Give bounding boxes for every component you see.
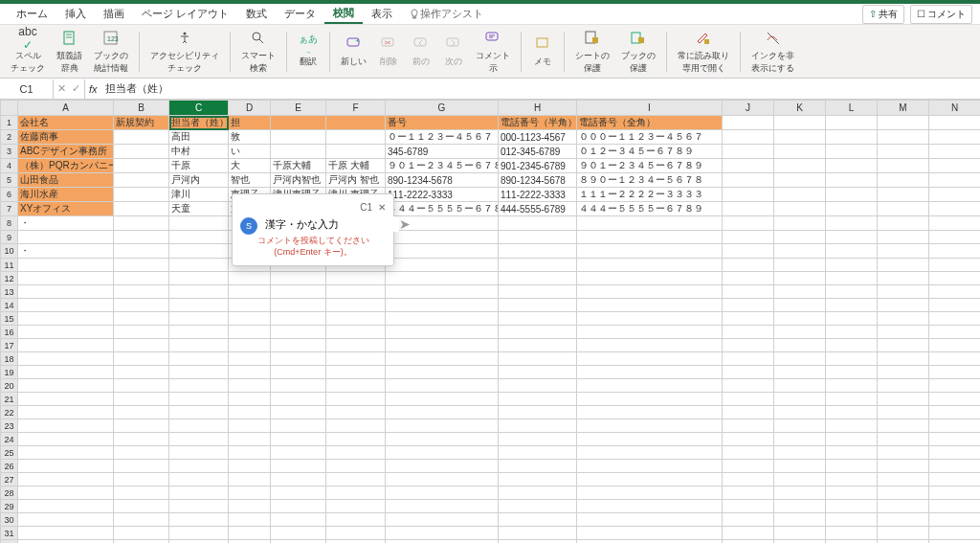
- cell-I16[interactable]: [577, 326, 723, 339]
- cell-I27[interactable]: [577, 473, 723, 486]
- cell-A14[interactable]: [18, 299, 114, 312]
- menu-formulas[interactable]: 数式: [237, 5, 276, 23]
- cell-A11[interactable]: [18, 259, 114, 272]
- cell-E16[interactable]: [271, 326, 326, 339]
- cell-E31[interactable]: [271, 527, 326, 540]
- cell-N19[interactable]: [929, 366, 981, 379]
- cell-J17[interactable]: [723, 339, 774, 352]
- cell-N9[interactable]: [929, 231, 981, 244]
- cell-J28[interactable]: [723, 486, 774, 500]
- cell-K5[interactable]: [774, 173, 826, 188]
- cell-J32[interactable]: [723, 540, 774, 544]
- cell-F30[interactable]: [326, 513, 386, 527]
- cell-B10[interactable]: [114, 244, 169, 259]
- cell-L28[interactable]: [826, 486, 878, 500]
- cell-L1[interactable]: [826, 116, 878, 130]
- cell-A13[interactable]: [18, 285, 114, 299]
- cell-J9[interactable]: [723, 231, 774, 244]
- cell-N5[interactable]: [929, 173, 981, 188]
- cell-C6[interactable]: 津川: [169, 188, 229, 202]
- cell-J30[interactable]: [723, 513, 774, 527]
- row-header[interactable]: 15: [1, 312, 18, 326]
- row-header[interactable]: 16: [1, 326, 18, 339]
- cell-G1[interactable]: 番号: [386, 116, 499, 130]
- cell-H26[interactable]: [499, 460, 577, 473]
- cell-C10[interactable]: [169, 244, 229, 259]
- row-header[interactable]: 29: [1, 500, 18, 513]
- cell-D16[interactable]: [229, 326, 271, 339]
- cell-A10[interactable]: ・: [18, 244, 114, 259]
- cell-N28[interactable]: [929, 486, 981, 500]
- cell-J31[interactable]: [723, 527, 774, 540]
- menu-view[interactable]: 表示: [363, 5, 401, 23]
- cell-J10[interactable]: [723, 244, 774, 259]
- cell-L8[interactable]: [826, 216, 878, 231]
- cell-G29[interactable]: [386, 500, 499, 513]
- cell-M26[interactable]: [878, 460, 929, 473]
- cell-N15[interactable]: [929, 312, 981, 326]
- select-all[interactable]: [1, 101, 18, 116]
- cell-H12[interactable]: [499, 272, 577, 285]
- cell-H29[interactable]: [499, 500, 577, 513]
- cell-G26[interactable]: [386, 460, 499, 473]
- cell-N27[interactable]: [929, 473, 981, 486]
- cell-H24[interactable]: [499, 433, 577, 446]
- share-button[interactable]: ⇧共有: [862, 5, 904, 24]
- col-header-M[interactable]: M: [878, 101, 929, 116]
- cell-L29[interactable]: [826, 500, 878, 513]
- cell-J18[interactable]: [723, 352, 774, 366]
- cell-L22[interactable]: [826, 406, 878, 419]
- row-header[interactable]: 19: [1, 366, 18, 379]
- menu-home[interactable]: ホーム: [8, 5, 56, 23]
- cell-E1[interactable]: [271, 116, 326, 130]
- cell-G32[interactable]: [386, 540, 499, 544]
- cell-C17[interactable]: [169, 339, 229, 352]
- formula-input[interactable]: 担当者（姓）: [101, 81, 980, 96]
- cell-I1[interactable]: 電話番号（全角）: [577, 116, 723, 130]
- cell-D29[interactable]: [229, 500, 271, 513]
- cell-B11[interactable]: [114, 259, 169, 272]
- cell-L26[interactable]: [826, 460, 878, 473]
- delete-comment-button[interactable]: 削除: [373, 27, 404, 77]
- cell-J23[interactable]: [723, 419, 774, 433]
- menu-draw[interactable]: 描画: [95, 5, 133, 23]
- menu-insert[interactable]: 挿入: [56, 5, 95, 23]
- cell-G30[interactable]: [386, 513, 499, 527]
- cell-I19[interactable]: [577, 366, 723, 379]
- cell-H22[interactable]: [499, 406, 577, 419]
- cell-M21[interactable]: [878, 393, 929, 406]
- cell-A27[interactable]: [18, 473, 114, 486]
- cell-E30[interactable]: [271, 513, 326, 527]
- cell-A16[interactable]: [18, 326, 114, 339]
- cell-L13[interactable]: [826, 285, 878, 299]
- col-header-I[interactable]: I: [577, 101, 723, 116]
- cell-M5[interactable]: [878, 173, 929, 188]
- cell-K12[interactable]: [774, 272, 826, 285]
- cell-N7[interactable]: [929, 202, 981, 216]
- cell-I9[interactable]: [577, 231, 723, 244]
- comments-button[interactable]: ☐コメント: [910, 5, 972, 24]
- cell-N23[interactable]: [929, 419, 981, 433]
- cell-I32[interactable]: [577, 540, 723, 544]
- cell-E15[interactable]: [271, 312, 326, 326]
- cell-C21[interactable]: [169, 393, 229, 406]
- memo-button[interactable]: メモ: [527, 27, 558, 77]
- cell-H7[interactable]: 444-5555-6789: [499, 202, 577, 216]
- cell-L4[interactable]: [826, 159, 878, 173]
- cell-J24[interactable]: [723, 433, 774, 446]
- cell-A22[interactable]: [18, 406, 114, 419]
- col-header-G[interactable]: G: [386, 101, 499, 116]
- cell-F2[interactable]: [326, 130, 386, 145]
- row-header[interactable]: 18: [1, 352, 18, 366]
- cell-B13[interactable]: [114, 285, 169, 299]
- cell-H11[interactable]: [499, 259, 577, 272]
- cell-F29[interactable]: [326, 500, 386, 513]
- cell-H21[interactable]: [499, 393, 577, 406]
- row-header[interactable]: 20: [1, 379, 18, 393]
- cell-F27[interactable]: [326, 473, 386, 486]
- cell-M32[interactable]: [878, 540, 929, 544]
- cell-I17[interactable]: [577, 339, 723, 352]
- cell-D1[interactable]: 担: [229, 116, 271, 130]
- cell-K31[interactable]: [774, 527, 826, 540]
- cell-G19[interactable]: [386, 366, 499, 379]
